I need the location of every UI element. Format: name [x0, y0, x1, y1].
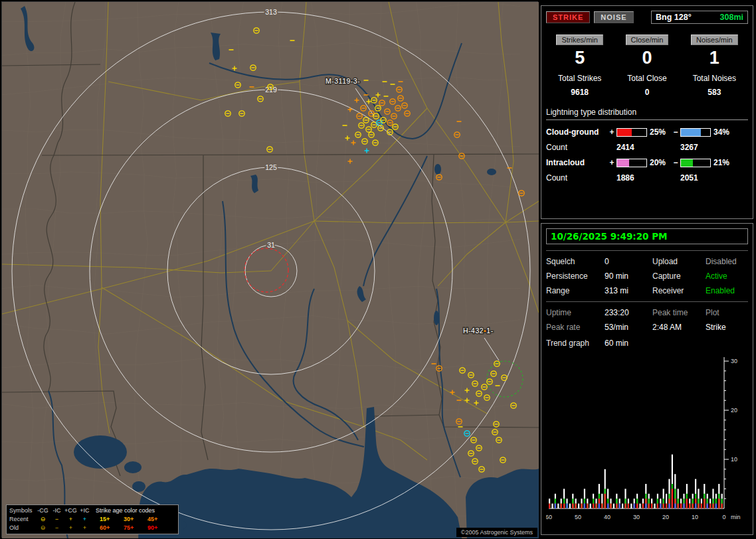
- map-legend: Symbols-CG-IC+CG+ICStrike age color code…: [6, 504, 179, 534]
- bearing-value: Bng 128°: [656, 13, 692, 22]
- trend-series-total-strikes: [549, 455, 723, 508]
- cg-count-label: Count: [546, 143, 607, 152]
- divider: [546, 301, 748, 302]
- range-ring-label: 313: [265, 8, 277, 16]
- trend-series-cloud-ground: [549, 489, 723, 508]
- divider: [546, 250, 748, 251]
- rate-value-row: 5 0 1: [546, 48, 748, 68]
- legend-strike-symbol: +: [64, 515, 78, 524]
- legend-age-code: 30+: [120, 515, 143, 524]
- legend-age-code: 15+: [96, 515, 120, 524]
- svg-text:30: 30: [731, 358, 737, 364]
- minus-symbol: −: [671, 127, 680, 137]
- legend-age-code: 60+: [96, 524, 120, 532]
- cloud-ground-label: Cloud-ground: [546, 127, 607, 137]
- ic-positive-pct: 20%: [647, 158, 671, 167]
- peak-time-label: Peak time: [652, 308, 706, 317]
- plot-value: Strike: [706, 323, 748, 332]
- svg-text:min: min: [731, 514, 741, 520]
- datetime-display: 10/26/2025 9:49:20 PM: [546, 228, 748, 244]
- strikes-per-min-value: 5: [546, 48, 613, 68]
- copyright: ©2005 Astrogenic Systems: [456, 528, 537, 537]
- cg-positive-bar: [616, 128, 647, 137]
- receiver-status: Enabled: [706, 286, 748, 295]
- peak-rate-value: 53/min: [605, 323, 652, 332]
- legend-header: Symbols-CG-IC+CG+ICStrike age color code…: [9, 506, 175, 515]
- range-ring-label: 31: [267, 241, 275, 249]
- legend-strike-symbol: +: [64, 524, 78, 532]
- session-stats-grid: Uptime 233:20 Peak time Plot Peak rate 5…: [546, 308, 748, 332]
- range-value: 313 mi: [605, 286, 652, 295]
- receiver-label: Receiver: [652, 286, 706, 295]
- cg-negative-count: 3267: [680, 143, 711, 152]
- status-panel: 10/26/2025 9:49:20 PM Squelch 0 Upload D…: [541, 223, 753, 535]
- storm-cell-label: H-432▪1-: [463, 327, 494, 335]
- trend-series-intracloud: [549, 484, 723, 508]
- plus-symbol: +: [607, 158, 616, 167]
- range-label: Range: [546, 286, 605, 295]
- plot-label: Plot: [706, 308, 748, 317]
- ic-positive-count: 1886: [616, 173, 647, 183]
- trend-window-value: 60 min: [605, 339, 748, 348]
- svg-text:20: 20: [662, 514, 669, 520]
- total-strikes-label: Total Strikes: [546, 74, 613, 83]
- cg-positive-pct: 25%: [647, 127, 671, 137]
- plus-symbol: +: [607, 127, 616, 137]
- peak-rate-label: Peak rate: [546, 323, 605, 332]
- strike-button[interactable]: STRIKE: [546, 11, 590, 23]
- svg-text:0: 0: [722, 514, 725, 520]
- upload-status: Disabled: [706, 257, 748, 266]
- ic-count-label: Count: [546, 173, 607, 183]
- distribution-heading: Lightning type distribution: [546, 108, 748, 120]
- squelch-value: 0: [605, 257, 652, 266]
- settings-grid: Squelch 0 Upload Disabled Persistence 90…: [546, 257, 748, 295]
- total-strikes-value: 9618: [546, 88, 613, 97]
- mode-button-row: STRIKE NOISE Bng 128° 308mi: [546, 11, 748, 24]
- range-ring-label: 125: [265, 163, 277, 171]
- stats-panel: STRIKE NOISE Bng 128° 308mi Strikes/min …: [541, 5, 753, 219]
- svg-text:50: 50: [575, 514, 581, 520]
- minus-symbol: −: [671, 158, 680, 167]
- legend-strike-symbol: +: [78, 515, 92, 524]
- total-noises-value: 583: [681, 88, 748, 97]
- intracloud-label: Intracloud: [546, 158, 607, 167]
- legend-strike-symbol: −: [50, 524, 64, 532]
- upload-label: Upload: [652, 257, 706, 266]
- svg-text:60: 60: [546, 514, 552, 520]
- svg-text:10: 10: [692, 514, 698, 520]
- uptime-label: Uptime: [546, 308, 605, 317]
- capture-status: Active: [706, 271, 748, 281]
- close-per-min-value: 0: [613, 48, 680, 68]
- svg-text:10: 10: [731, 456, 737, 463]
- right-panel: STRIKE NOISE Bng 128° 308mi Strikes/min …: [541, 0, 755, 539]
- legend-strike-symbol: ⊖: [36, 524, 50, 532]
- map-canvas[interactable]: 31321912531M-3119-3-H-432▪1-: [2, 2, 539, 538]
- cg-negative-pct: 34%: [711, 127, 748, 137]
- totals-value-row: 9618 0 583: [546, 88, 748, 97]
- distribution-table: Cloud-ground + 25% − 34% Count 2414 3267…: [546, 127, 748, 183]
- legend-strike-symbol: ⊖: [36, 515, 50, 524]
- legend-age-code: 45+: [143, 515, 167, 524]
- legend-row: Old⊖−++60+75+90+: [9, 524, 175, 532]
- svg-text:30: 30: [633, 514, 640, 520]
- trend-graph-header: Trend graph 60 min: [546, 339, 748, 348]
- cg-negative-bar: [680, 128, 711, 137]
- totals-label-row: Total Strikes Total Close Total Noises: [546, 74, 748, 83]
- ic-positive-bar: [616, 159, 647, 167]
- legend-strike-symbol: +: [78, 524, 92, 532]
- close-per-min-chip[interactable]: Close/min: [626, 35, 669, 45]
- total-noises-label: Total Noises: [681, 74, 748, 83]
- strikes-per-min-chip[interactable]: Strikes/min: [556, 35, 603, 45]
- svg-text:20: 20: [731, 407, 737, 414]
- noises-per-min-value: 1: [681, 48, 748, 68]
- noise-button[interactable]: NOISE: [594, 11, 633, 23]
- legend-strike-symbol: −: [50, 515, 64, 524]
- ic-negative-count: 2051: [680, 173, 711, 183]
- map-view[interactable]: 31321912531M-3119-3-H-432▪1- Symbols-CG-…: [1, 1, 538, 538]
- uptime-value: 233:20: [605, 308, 652, 317]
- svg-text:40: 40: [604, 514, 611, 520]
- bearing-range: 308mi: [720, 13, 743, 22]
- storm-cell-label: M-3119-3-: [326, 77, 360, 85]
- noises-per-min-chip[interactable]: Noises/min: [691, 35, 737, 45]
- peak-time-value: 2:48 AM: [652, 323, 706, 332]
